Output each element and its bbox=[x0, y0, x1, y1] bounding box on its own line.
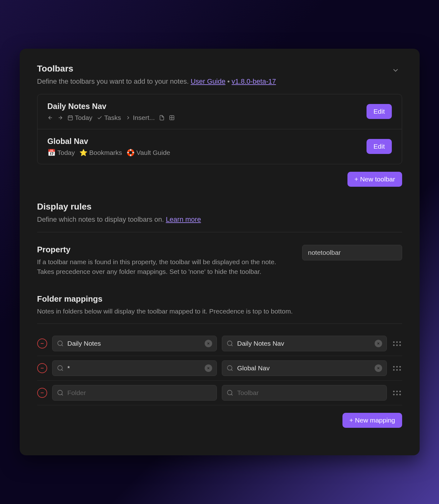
divider bbox=[37, 324, 402, 324]
collapse-toggle[interactable] bbox=[389, 64, 402, 77]
minus-icon bbox=[40, 341, 45, 346]
remove-mapping-button[interactable] bbox=[37, 388, 47, 398]
user-guide-link[interactable]: User Guide bbox=[191, 77, 225, 85]
learn-more-link[interactable]: Learn more bbox=[166, 215, 201, 223]
clear-toolbar-button[interactable] bbox=[375, 340, 382, 347]
x-icon bbox=[207, 342, 210, 345]
mapping-row bbox=[37, 331, 402, 356]
chevron-right-icon bbox=[125, 115, 131, 121]
svg-rect-2 bbox=[68, 116, 72, 120]
toolbar-name: Daily Notes Nav bbox=[47, 102, 367, 111]
search-icon bbox=[57, 389, 64, 396]
mapping-row bbox=[37, 356, 402, 381]
clear-toolbar-button[interactable] bbox=[375, 364, 382, 372]
svg-point-14 bbox=[227, 341, 232, 346]
arrow-right-icon bbox=[57, 115, 63, 121]
toolbar-item: Daily Notes Nav Today Tasks Insert... Ed… bbox=[37, 94, 402, 129]
toolbar-input-wrapper bbox=[222, 336, 387, 351]
folder-mappings-help: Notes in folders below will display the … bbox=[37, 306, 402, 316]
star-emoji-icon: ⭐ bbox=[79, 149, 87, 156]
calendar-icon bbox=[67, 115, 73, 121]
search-icon bbox=[57, 365, 64, 372]
toolbars-title: Toolbars bbox=[37, 64, 276, 74]
minus-icon bbox=[40, 366, 45, 371]
chevron-down-icon bbox=[392, 66, 400, 74]
svg-point-19 bbox=[57, 366, 62, 370]
folder-input[interactable] bbox=[67, 364, 201, 372]
edit-toolbar-button[interactable]: Edit bbox=[367, 104, 392, 119]
property-setting: Property If a toolbar name is found in t… bbox=[37, 240, 402, 282]
svg-line-31 bbox=[231, 394, 232, 396]
drag-handle[interactable] bbox=[392, 365, 402, 372]
toolbar-input[interactable] bbox=[237, 364, 371, 372]
minus-icon bbox=[40, 390, 45, 395]
settings-panel: Toolbars Define the toolbars you want to… bbox=[20, 49, 420, 456]
file-icon bbox=[159, 115, 165, 121]
layout-icon bbox=[169, 115, 175, 121]
lifebuoy-emoji-icon: 🛟 bbox=[127, 149, 135, 156]
toolbar-item: Global Nav 📅 Today ⭐ Bookmarks 🛟 Vault G… bbox=[37, 129, 402, 164]
folder-input[interactable] bbox=[67, 389, 212, 397]
new-mapping-button[interactable]: + New mapping bbox=[342, 413, 402, 428]
drag-handle[interactable] bbox=[392, 389, 402, 397]
toolbar-input[interactable] bbox=[237, 389, 382, 397]
svg-line-11 bbox=[62, 345, 63, 346]
toolbar-preview: Today Tasks Insert... bbox=[47, 114, 367, 121]
x-icon bbox=[377, 366, 380, 370]
remove-mapping-button[interactable] bbox=[37, 338, 47, 348]
svg-point-30 bbox=[227, 390, 232, 395]
folder-mappings-title: Folder mappings bbox=[37, 294, 402, 304]
toolbar-input-wrapper bbox=[222, 360, 387, 376]
folder-input-wrapper bbox=[52, 360, 217, 376]
check-icon bbox=[97, 115, 102, 121]
toolbar-preview: 📅 Today ⭐ Bookmarks 🛟 Vault Guide bbox=[47, 149, 367, 156]
property-help: If a toolbar name is found in this prope… bbox=[37, 257, 292, 277]
svg-line-20 bbox=[62, 370, 63, 371]
search-icon bbox=[227, 340, 233, 347]
svg-line-15 bbox=[231, 345, 232, 346]
svg-line-29 bbox=[62, 394, 63, 396]
property-title: Property bbox=[37, 245, 292, 254]
toolbar-input[interactable] bbox=[237, 340, 371, 347]
clear-folder-button[interactable] bbox=[205, 340, 212, 347]
toolbars-subtitle: Define the toolbars you want to add to y… bbox=[37, 76, 276, 86]
svg-point-10 bbox=[57, 341, 62, 346]
svg-point-23 bbox=[227, 366, 232, 370]
calendar-emoji-icon: 📅 bbox=[47, 149, 56, 156]
folder-input[interactable] bbox=[67, 340, 201, 347]
toolbar-list: Daily Notes Nav Today Tasks Insert... Ed… bbox=[37, 94, 402, 164]
display-rules-title: Display rules bbox=[37, 202, 402, 212]
arrow-left-icon bbox=[47, 115, 53, 121]
search-icon bbox=[227, 389, 233, 396]
search-icon bbox=[227, 365, 233, 372]
folder-input-wrapper bbox=[52, 336, 217, 351]
folder-input-wrapper bbox=[52, 385, 217, 401]
x-icon bbox=[377, 342, 380, 345]
property-input[interactable] bbox=[302, 245, 402, 260]
divider bbox=[37, 232, 402, 232]
drag-handle[interactable] bbox=[392, 340, 402, 347]
mapping-row bbox=[37, 381, 402, 405]
version-link[interactable]: v1.8.0-beta-17 bbox=[232, 77, 276, 85]
clear-folder-button[interactable] bbox=[205, 364, 212, 372]
folder-mappings-section: Folder mappings Notes in folders below w… bbox=[37, 294, 402, 428]
remove-mapping-button[interactable] bbox=[37, 363, 47, 373]
svg-point-28 bbox=[57, 390, 62, 395]
edit-toolbar-button[interactable]: Edit bbox=[367, 139, 392, 154]
new-toolbar-button[interactable]: + New toolbar bbox=[347, 172, 402, 187]
toolbar-input-wrapper bbox=[222, 385, 387, 401]
svg-line-24 bbox=[231, 370, 232, 371]
x-icon bbox=[207, 366, 210, 370]
toolbars-header: Toolbars Define the toolbars you want to… bbox=[37, 64, 402, 86]
search-icon bbox=[57, 340, 64, 347]
toolbar-name: Global Nav bbox=[47, 137, 367, 146]
display-rules-section: Display rules Define which notes to disp… bbox=[37, 202, 402, 282]
